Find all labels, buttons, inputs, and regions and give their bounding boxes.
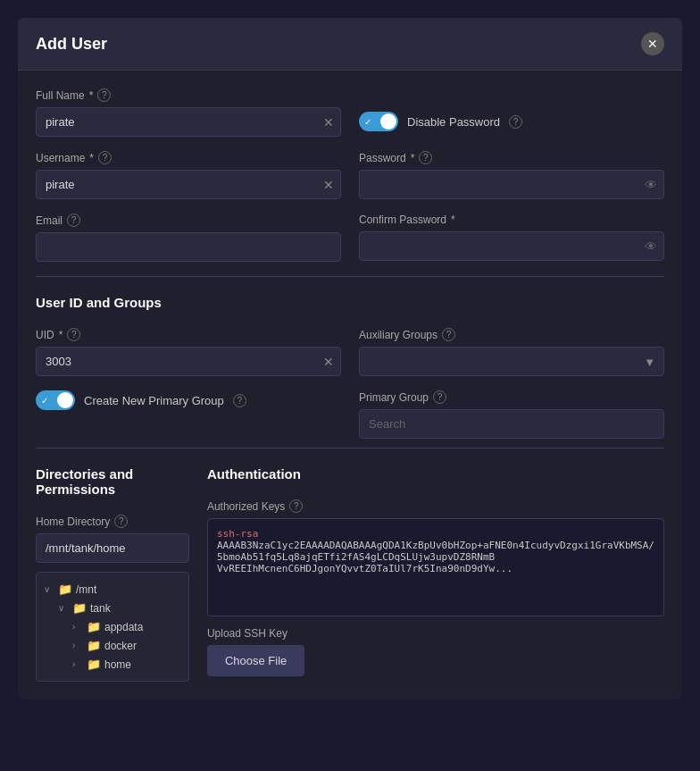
tree-item-tank[interactable]: ∨ 📁 tank	[44, 599, 181, 617]
disable-password-text: Disable Password	[407, 115, 500, 129]
mnt-chevron-icon: ∨	[44, 584, 54, 594]
primary-group-label: Primary Group ?	[359, 390, 664, 404]
section-divider-2	[36, 448, 664, 448]
confirm-password-eye-icon[interactable]: 👁	[645, 239, 657, 254]
fullname-label: Full Name * ?	[36, 88, 341, 102]
password-help-icon[interactable]: ?	[419, 151, 432, 164]
authorized-keys-help-icon[interactable]: ?	[289, 499, 303, 513]
disable-password-toggle-row: ✓ Disable Password ?	[359, 112, 664, 131]
row-fullname-disable: Full Name * ? ✕ placeholder ✓	[36, 88, 664, 137]
confirm-password-group: Confirm Password * 👁	[359, 214, 664, 262]
home-directory-label: Home Directory ?	[36, 515, 189, 528]
docker-label: docker	[104, 640, 137, 652]
choose-file-button[interactable]: Choose File	[207, 645, 304, 676]
fullname-help-icon[interactable]: ?	[97, 88, 111, 102]
confirm-password-input-wrapper: 👁	[359, 231, 664, 261]
username-label: Username * ?	[36, 151, 341, 164]
disable-password-toggle[interactable]: ✓	[359, 112, 398, 131]
confirm-password-input[interactable]	[359, 231, 664, 261]
aux-groups-group: Auxiliary Groups ? ▼	[359, 328, 664, 376]
modal-header: Add User ✕	[18, 18, 682, 71]
create-primary-group-text: Create New Primary Group	[84, 394, 224, 407]
add-user-modal: Add User ✕ Full Name * ? ✕ placeholder	[18, 18, 682, 700]
aux-groups-select[interactable]	[359, 347, 664, 376]
home-directory-input[interactable]	[36, 533, 189, 563]
email-group: Email ?	[36, 214, 341, 262]
password-label: Password * ?	[359, 151, 664, 164]
authentication-col: Authentication Authorized Keys ? ssh-rsa…	[207, 466, 664, 682]
primary-group-help-icon[interactable]: ?	[433, 390, 446, 404]
fullname-clear-icon[interactable]: ✕	[323, 115, 334, 130]
modal-title: Add User	[36, 35, 107, 54]
authorized-keys-label: Authorized Keys ?	[207, 499, 664, 513]
username-input[interactable]	[36, 170, 341, 199]
password-eye-icon[interactable]: 👁	[645, 178, 657, 192]
email-input-wrapper	[36, 232, 341, 262]
fullname-input-wrapper: ✕	[36, 107, 341, 137]
directories-title: Directories and Permissions	[36, 466, 189, 497]
email-input[interactable]	[36, 232, 341, 262]
directories-col: Directories and Permissions Home Directo…	[36, 466, 189, 682]
primary-group-row: ✓ Create New Primary Group ? Primary Gro…	[36, 390, 664, 439]
close-button[interactable]: ✕	[641, 32, 664, 55]
user-id-section-title: User ID and Groups	[36, 295, 664, 310]
uid-label: UID * ?	[36, 328, 341, 341]
appdata-folder-icon: 📁	[87, 620, 101, 633]
tank-label: tank	[90, 602, 111, 615]
tank-chevron-icon: ∨	[58, 603, 69, 613]
create-primary-group-help-icon[interactable]: ?	[233, 394, 246, 407]
appdata-chevron-icon: ›	[72, 622, 83, 632]
email-label: Email ?	[36, 214, 341, 227]
username-group: Username * ? ✕	[36, 151, 341, 199]
user-id-section: User ID and Groups UID * ? ✕ A	[36, 295, 664, 439]
tree-item-home[interactable]: › 📁 home	[44, 655, 181, 674]
disable-password-group: placeholder ✓ Disable Password ?	[359, 88, 664, 137]
uid-input-wrapper: ✕	[36, 347, 341, 376]
docker-folder-icon: 📁	[87, 639, 101, 652]
dir-auth-layout: Directories and Permissions Home Directo…	[36, 466, 664, 682]
authorized-keys-box[interactable]: ssh-rsa AAAAB3NzaC1yc2EAAAADAQABAAAgQDA1…	[207, 518, 664, 616]
primary-group-col: Primary Group ?	[359, 390, 664, 439]
toggle-slider: ✓	[359, 112, 398, 131]
disable-password-help-icon[interactable]: ?	[509, 115, 522, 129]
aux-groups-select-wrapper: ▼	[359, 347, 664, 376]
tree-item-docker[interactable]: › 📁 docker	[44, 636, 181, 655]
appdata-label: appdata	[104, 621, 143, 633]
primary-group-search[interactable]	[359, 409, 664, 439]
fullname-input[interactable]	[36, 107, 341, 137]
uid-input[interactable]	[36, 347, 341, 376]
email-help-icon[interactable]: ?	[67, 214, 80, 227]
row-username-password: Username * ? ✕ Password * ? 👁	[36, 151, 664, 199]
fullname-group: Full Name * ? ✕	[36, 88, 341, 137]
home-chevron-icon: ›	[72, 659, 83, 669]
tank-folder-icon: 📁	[72, 601, 87, 615]
password-input-wrapper: 👁	[359, 170, 664, 199]
username-clear-icon[interactable]: ✕	[323, 178, 334, 192]
mnt-label: /mnt	[76, 583, 96, 596]
aux-groups-help-icon[interactable]: ?	[442, 328, 455, 341]
uid-aux-row: UID * ? ✕ Auxiliary Groups ?	[36, 328, 664, 376]
ssh-key-content: AAAAB3NzaC1yc2EAAAADAQABAAAgQDA1KzBpUv0b…	[217, 540, 654, 574]
username-input-wrapper: ✕	[36, 170, 341, 199]
row-email-confirm: Email ? Confirm Password * 👁	[36, 214, 664, 262]
password-group: Password * ? 👁	[359, 151, 664, 199]
create-primary-group-toggle-row: ✓ Create New Primary Group ?	[36, 390, 341, 410]
tree-item-mnt[interactable]: ∨ 📁 /mnt	[44, 580, 181, 599]
authentication-title: Authentication	[207, 466, 664, 482]
create-primary-toggle-slider: ✓	[36, 390, 75, 410]
username-help-icon[interactable]: ?	[98, 151, 112, 164]
directory-tree: ∨ 📁 /mnt ∨ 📁 tank › 📁 appdata	[36, 572, 189, 682]
section-divider-1	[36, 276, 664, 277]
aux-groups-label: Auxiliary Groups ?	[359, 328, 664, 341]
mnt-folder-icon: 📁	[58, 582, 72, 596]
password-input[interactable]	[359, 170, 664, 199]
uid-clear-icon[interactable]: ✕	[323, 355, 334, 369]
home-folder-icon: 📁	[87, 658, 101, 671]
upload-ssh-key-label: Upload SSH Key	[207, 627, 664, 640]
home-dir-help-icon[interactable]: ?	[114, 515, 128, 528]
modal-body: Full Name * ? ✕ placeholder ✓	[18, 71, 682, 700]
create-primary-group-toggle[interactable]: ✓	[36, 390, 75, 410]
uid-help-icon[interactable]: ?	[67, 328, 80, 341]
confirm-password-label: Confirm Password *	[359, 214, 664, 226]
tree-item-appdata[interactable]: › 📁 appdata	[44, 617, 181, 636]
